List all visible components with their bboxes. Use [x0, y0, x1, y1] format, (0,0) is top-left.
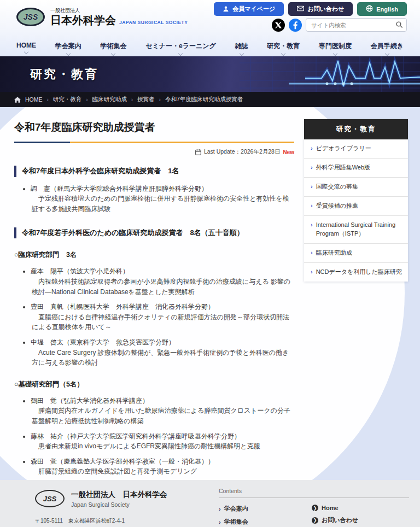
calendar-icon: [195, 149, 201, 155]
header: JSS 一般社団法人 日本外科学会 JAPAN SURGICAL SOCIETY…: [0, 0, 420, 56]
chevron-right-icon: ›: [219, 506, 221, 512]
breadcrumb-separator: ›: [47, 97, 49, 103]
nav-item-label: 学術集会: [100, 42, 126, 51]
footer-link-label: 学術集会: [224, 518, 248, 526]
circle-arrow-icon: ❯: [312, 517, 318, 524]
subsection-entries-1: 鶴田 覚（弘前大学消化器外科学講座）腫瘍間質内在オルガノイドを用いた糖尿病治療薬…: [14, 396, 294, 480]
org-name-block: 一般社団法人 日本外科学会 JAPAN SURGICAL SOCIETY: [50, 7, 188, 26]
nav-item-label: 会員手続き: [371, 42, 404, 51]
sidebar-item-label: ビデオライブラリー: [316, 144, 371, 153]
awardee-name-line: 藤林 祐介（神戸大学大学院医学研究科外科学講座呼吸器外科学分野）: [31, 431, 294, 442]
nav-item-label: 研究・教育: [267, 42, 300, 51]
ecg-graphic: [240, 56, 420, 92]
chevron-down-icon: [385, 51, 389, 56]
chevron-down-icon: [66, 51, 70, 56]
footer-contents-label: Contents: [219, 488, 409, 498]
nav-item-2[interactable]: 学術集会: [100, 42, 126, 55]
nav-item-6[interactable]: 専門医制度: [319, 42, 352, 55]
breadcrumb: HOME›研究・教育›臨床研究助成›授賞者›令和7年度臨床研究助成授賞者: [0, 92, 420, 107]
nav-item-3[interactable]: セミナー・eラーニング: [145, 42, 216, 55]
x-twitter-icon[interactable]: [272, 19, 285, 32]
sidebar-item-4[interactable]: ›International Surgical Training Program…: [304, 216, 408, 244]
awardee-item: 森田 覚（慶應義塾大学医学部外科学教室（一般・消化器））肝臓背景組織の空間免疫設…: [31, 456, 294, 477]
breadcrumb-item-3[interactable]: 授賞者: [137, 96, 155, 103]
section2-body: ○臨床研究部門 3名産本 陽平（筑波大学小児外科）内視鏡外科技術認定取得者の参画…: [14, 250, 294, 480]
sidebar-item-label: 受賞候補の推薦: [316, 202, 358, 210]
social-search: [272, 18, 407, 32]
research-title: 内視鏡外科技術認定取得者の参画が小児高難度内視鏡手術の治療成績に与える 影響の検…: [31, 277, 294, 297]
header-button-label: お問い合わせ: [307, 5, 344, 13]
subsection-label-0: ○臨床研究部門 3名: [14, 250, 294, 260]
page: JSS 一般社団法人 日本外科学会 JAPAN SURGICAL SOCIETY…: [0, 0, 420, 527]
last-update: Last Update：2026年2月28日 New: [14, 148, 294, 156]
mail-icon: [297, 5, 304, 13]
search-input[interactable]: [306, 18, 407, 32]
footer-links-right: ❯Home❯お問い合わせ❯学会関連リンク: [312, 505, 405, 527]
nav-item-0[interactable]: HOME: [16, 42, 36, 55]
research-title: 予定残肝容積増大のための門脈塞栓術に併用する肝静脈塞栓術の安全性と有効性を検証す…: [31, 194, 294, 214]
research-title: 患者由来新規in vivoモデルによるEGFR変異陽性肺癌の耐性機構解明と克服: [31, 441, 294, 452]
last-update-text: Last Update：2026年2月28日: [204, 148, 281, 156]
chevron-right-icon: ›: [311, 221, 313, 238]
search-icon[interactable]: [395, 21, 403, 31]
home-icon: [14, 97, 21, 103]
section2-heading: 令和7年度若手外科医のための臨床研究助成授賞者 8名（五十音順）: [14, 227, 294, 239]
footer-link-label: 学会案内: [224, 505, 248, 513]
breadcrumb-separator: ›: [131, 97, 133, 103]
chevron-down-icon: [281, 51, 285, 56]
sidebar-item-3[interactable]: ›受賞候補の推薦: [304, 197, 408, 216]
sidebar-menu: 研究・教育 ›ビデオライブラリー›外科学用語集Web版›国際交流の募集›受賞候補…: [304, 119, 408, 282]
breadcrumb-item-2[interactable]: 臨床研究助成: [92, 96, 127, 103]
section1-entries: 調 憲（群馬大学大学院総合外科学講座肝胆膵外科学分野）予定残肝容積増大のための門…: [14, 184, 294, 214]
awardee-item: 豊田 真帆（札幌医科大学 外科学講座 消化器外科学分野）直腸癌における自律神経温…: [31, 302, 294, 332]
sidebar-item-5[interactable]: ›臨床研究助成: [304, 244, 408, 263]
chevron-down-icon: [178, 51, 183, 56]
header-button-0[interactable]: 会員マイページ: [214, 2, 284, 16]
nav-item-4[interactable]: 雑誌: [235, 42, 248, 55]
nav-item-label: HOME: [16, 42, 36, 49]
subsection-label-1: ○基礎研究部門（5名）: [14, 380, 294, 389]
main-nav: HOME学会案内学術集会セミナー・eラーニング雑誌研究・教育専門医制度会員手続き: [0, 42, 420, 55]
nav-item-1[interactable]: 学会案内: [55, 42, 81, 55]
new-badge: New: [283, 149, 294, 155]
hero-title: 研究・教育: [30, 66, 98, 83]
awardee-item: 調 憲（群馬大学大学院総合外科学講座肝胆膵外科学分野）予定残肝容積増大のための門…: [31, 184, 294, 214]
sidebar-item-2[interactable]: ›国際交流の募集: [304, 178, 408, 197]
chevron-down-icon: [24, 50, 28, 54]
chevron-right-icon: ›: [311, 249, 313, 257]
sidebar-item-1[interactable]: ›外科学用語集Web版: [304, 159, 408, 178]
header-button-1[interactable]: お問い合わせ: [288, 2, 353, 16]
sidebar-item-label: International Surgical Training Program（…: [316, 221, 402, 238]
breadcrumb-item-4[interactable]: 令和7年度臨床研究助成授賞者: [165, 96, 243, 103]
site-logo[interactable]: JSS 一般社団法人 日本外科学会 JAPAN SURGICAL SOCIETY: [16, 7, 188, 26]
research-title: Acute Care Surgery 診療体制の整備が、緊急一般外科手術症例の予…: [31, 348, 294, 368]
org-name-en: JAPAN SURGICAL SOCIETY: [119, 20, 188, 25]
breadcrumb-item-0[interactable]: HOME: [25, 96, 43, 103]
footer-link-right-0[interactable]: ❯Home: [312, 505, 405, 511]
nav-item-7[interactable]: 会員手続き: [371, 42, 404, 55]
footer-jss-logo-text: JSS: [43, 495, 57, 503]
subsection-entries-0: 産本 陽平（筑波大学小児外科）内視鏡外科技術認定取得者の参画が小児高難度内視鏡手…: [14, 266, 294, 367]
footer-link-left-1[interactable]: ›学術集会: [219, 518, 312, 526]
header-button-2[interactable]: English: [357, 2, 407, 16]
title-divider: [14, 142, 294, 143]
footer-link-right-1[interactable]: ❯お問い合わせ: [312, 516, 405, 524]
breadcrumb-item-1[interactable]: 研究・教育: [53, 96, 82, 103]
nav-item-5[interactable]: 研究・教育: [267, 42, 300, 55]
sidebar-item-6[interactable]: ›NCDデータを利用した臨床研究: [304, 263, 408, 282]
footer-contents: Contents ›学会案内›学術集会›セミナー・eラーニング ❯Home❯お問…: [219, 488, 409, 527]
footer-link-left-0[interactable]: ›学会案内: [219, 505, 312, 513]
footer-link-label: お問い合わせ: [322, 516, 358, 524]
site-search: [306, 18, 407, 32]
sidebar-item-label: NCDデータを利用した臨床研究: [316, 268, 402, 277]
awardee-name-line: 中堤 啓太（東京科学大学 救急災害医学分野）: [31, 337, 294, 348]
section1-heading: 令和7年度日本外科学会臨床研究助成授賞者 1名: [14, 166, 294, 177]
globe-icon: [366, 5, 373, 13]
sidebar-item-0[interactable]: ›ビデオライブラリー: [304, 139, 408, 159]
facebook-icon[interactable]: [289, 19, 302, 32]
footer-links-left: ›学会案内›学術集会›セミナー・eラーニング: [219, 505, 312, 527]
awardee-item: 藤林 祐介（神戸大学大学院医学研究科外科学講座呼吸器外科学分野）患者由来新規in…: [31, 431, 294, 452]
awardee-name-line: 豊田 真帆（札幌医科大学 外科学講座 消化器外科学分野）: [31, 302, 294, 312]
footer-org-name-en: Japan Surgical Society: [71, 501, 167, 508]
awardee-name-line: 調 憲（群馬大学大学院総合外科学講座肝胆膵外科学分野）: [31, 184, 294, 194]
